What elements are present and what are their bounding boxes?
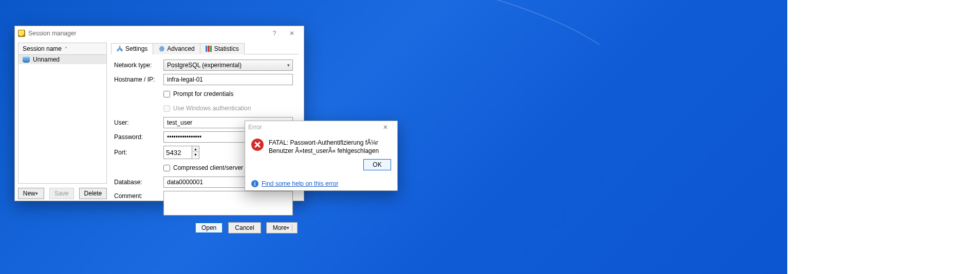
session-item-unnamed[interactable]: Unnamed (19, 55, 106, 64)
label-password: Password: (114, 133, 163, 141)
titlebar[interactable]: Session manager ? ✕ (15, 26, 304, 41)
save-button: Save (49, 188, 74, 199)
help-link[interactable]: Find some help on this error (262, 180, 338, 187)
open-button[interactable]: Open (195, 222, 223, 233)
dropdown-caret-icon: ▾ (287, 225, 289, 230)
error-dialog: Error ✕ FATAL: Passwort-Authentifizierun… (245, 121, 398, 191)
bar-chart-icon (206, 46, 212, 52)
delete-button[interactable]: Delete (79, 188, 107, 199)
database-icon (23, 56, 30, 63)
sort-asc-icon: ˄ (65, 46, 67, 52)
port-decrement[interactable]: ▼ (192, 152, 199, 157)
cancel-button[interactable]: Cancel (228, 222, 261, 233)
tab-settings[interactable]: Settings (111, 43, 153, 54)
ok-button[interactable]: OK (363, 159, 391, 170)
wrench-icon (117, 46, 123, 52)
tab-advanced[interactable]: Advanced (153, 43, 200, 54)
label-comment: Comment: (114, 191, 163, 200)
help-button[interactable]: ? (266, 28, 283, 39)
windows-auth-checkbox: Use Windows authentication (163, 105, 293, 112)
app-icon (18, 30, 25, 37)
error-title: Error (248, 124, 262, 131)
port-input[interactable] (163, 146, 192, 159)
prompt-credentials-checkbox[interactable]: Prompt for credentials (163, 90, 293, 97)
session-list-panel: Session name ˄ Unnamed New▾ Save Delete (15, 41, 109, 201)
label-port: Port: (114, 149, 163, 156)
network-type-select[interactable]: PostgreSQL (experimental) ▾ (163, 60, 293, 71)
comment-textarea[interactable] (163, 191, 293, 216)
port-stepper[interactable]: ▲▼ (163, 146, 199, 159)
session-item-label: Unnamed (33, 56, 60, 63)
error-close-button[interactable]: ✕ (377, 122, 394, 133)
session-list-header-label: Session name (23, 45, 62, 52)
error-message: FATAL: Passwort-Authentifizierung fÃ¼r B… (269, 139, 391, 155)
gear-icon (158, 46, 164, 52)
label-hostname: Hostname / IP: (114, 76, 163, 83)
error-icon (251, 139, 264, 151)
close-button[interactable]: ✕ (283, 28, 301, 39)
session-list-header[interactable]: Session name ˄ (18, 43, 107, 55)
new-button[interactable]: New▾ (18, 188, 44, 199)
label-network-type: Network type: (114, 62, 163, 69)
port-increment[interactable]: ▲ (192, 146, 199, 152)
label-database: Database: (114, 179, 163, 186)
error-titlebar[interactable]: Error ✕ (245, 121, 397, 133)
label-user: User: (114, 119, 163, 126)
hostname-input[interactable] (163, 74, 293, 85)
dropdown-caret-icon: ▾ (35, 191, 38, 196)
tab-strip: Settings Advanced Statistics (111, 43, 299, 54)
session-list[interactable]: Unnamed (18, 55, 107, 184)
tab-statistics[interactable]: Statistics (200, 43, 245, 54)
info-icon: i (251, 180, 258, 187)
window-title: Session manager (28, 30, 76, 37)
more-button[interactable]: More▾ (266, 222, 298, 233)
